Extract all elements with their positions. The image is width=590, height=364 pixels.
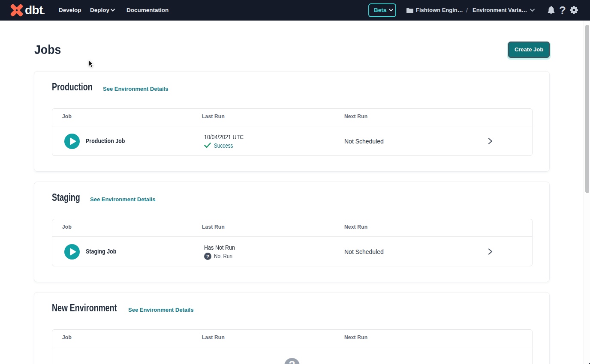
svg-text:?: ? [206, 254, 209, 259]
